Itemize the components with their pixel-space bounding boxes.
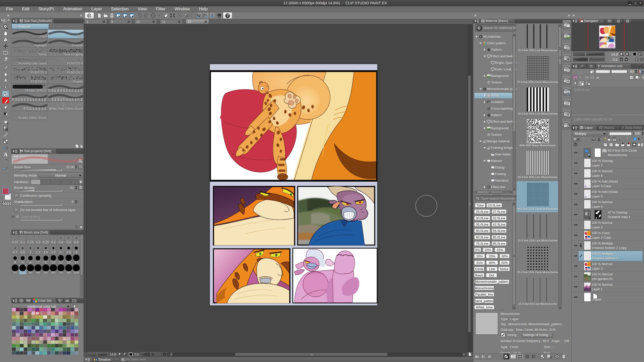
svg-text:A: A — [4, 152, 8, 157]
